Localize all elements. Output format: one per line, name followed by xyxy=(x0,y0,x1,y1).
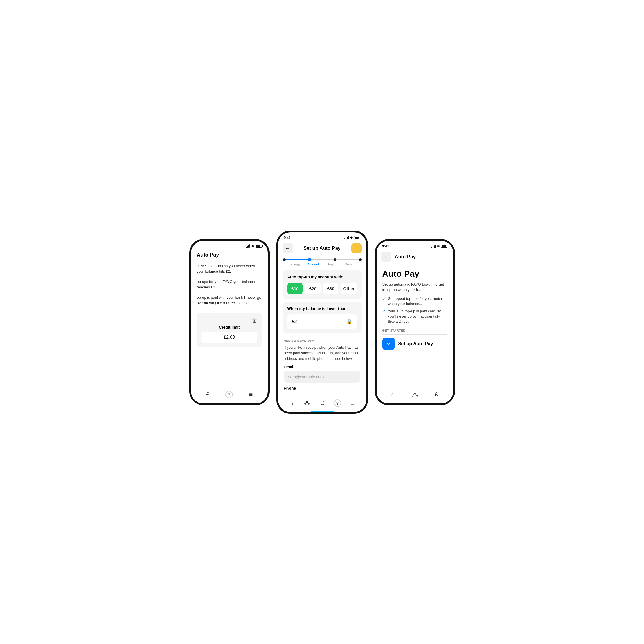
center-screen-title: Set up Auto Pay xyxy=(304,245,341,251)
left-bottom-nav: £ ? ≡ xyxy=(191,387,268,403)
setup-auto-pay-button[interactable]: ∞ Set up Auto Pay xyxy=(382,338,447,350)
left-status-bar: ⊛ xyxy=(191,241,268,249)
step-label-done: Done xyxy=(340,263,358,266)
battery-icon xyxy=(256,245,262,248)
checkmark-1: ✓ xyxy=(382,296,386,301)
nav-home-right[interactable]: ⌂ xyxy=(389,390,397,399)
right-big-title: Auto Pay xyxy=(382,269,447,279)
nav-pound-left[interactable]: £ xyxy=(203,390,212,399)
svg-line-4 xyxy=(308,402,309,404)
get-started-label: GET STARTED xyxy=(382,329,447,332)
step-energy-dot xyxy=(283,258,286,261)
left-desc2: op-ups for your PAYG your balance reache… xyxy=(191,277,268,292)
right-status-icons: ⊛ xyxy=(431,244,447,248)
right-wifi-icon: ⊛ xyxy=(437,244,440,248)
progress-dots-row xyxy=(283,258,362,261)
balance-input[interactable]: £2 🔒 xyxy=(287,314,357,329)
check-text-2: Your auto top-up is paid card, so you'll… xyxy=(388,309,447,324)
center-back-button[interactable]: ← xyxy=(283,243,293,253)
left-desc1: c PAYG top-ups so you never when your ba… xyxy=(191,261,268,277)
step-pay-dot xyxy=(334,258,336,261)
wifi-icon: ⊛ xyxy=(252,244,254,248)
left-phone: ⊛ Auto Pay c PAYG top-ups so you never w… xyxy=(189,239,270,405)
step-label-energy: Energy xyxy=(287,263,304,266)
nav-menu-center[interactable]: ≡ xyxy=(348,399,357,407)
right-back-button[interactable]: ← xyxy=(381,252,391,262)
nav-pound-center[interactable]: £ xyxy=(318,399,327,407)
svg-line-9 xyxy=(415,394,417,395)
email-field-label: Email xyxy=(284,365,360,369)
left-phone-content: Auto Pay c PAYG top-ups so you never whe… xyxy=(191,249,268,401)
balance-section-title: When my balance is lower than: xyxy=(287,306,357,311)
setup-btn-text: Set up Auto Pay xyxy=(398,341,433,346)
receipt-label: NEED A RECEIPT? xyxy=(284,340,360,343)
amount-20-button[interactable]: £20 xyxy=(305,283,321,294)
nav-home-center[interactable]: ⌂ xyxy=(287,399,296,407)
check-item-1: ✓ Set repeat top-ups for yo... meter whe… xyxy=(382,296,447,306)
infinity-icon: ∞ xyxy=(382,338,395,350)
left-status-icons: ⊛ xyxy=(246,244,262,248)
center-phone: 9:41 ⊛ ← Set up Auto Pay ⚡ xyxy=(276,231,368,414)
right-status-bar: 9:41 ⊛ xyxy=(377,241,453,249)
step-amount-dot xyxy=(308,258,311,261)
right-description: Set up automatic PAYG top-u... forget to… xyxy=(382,282,447,293)
amount-10-button[interactable]: £10 xyxy=(287,283,303,294)
step-line-2 xyxy=(311,259,334,260)
step-done-dot xyxy=(359,258,362,261)
check-item-2: ✓ Your auto top-up is paid card, so you'… xyxy=(382,309,447,324)
divider xyxy=(382,334,447,335)
receipt-section: NEED A RECEIPT? If you'd like a receipt … xyxy=(278,336,366,395)
credit-limit-label: Credit limit xyxy=(201,325,257,330)
amount-section-title: Auto top-up my account with: xyxy=(287,275,357,279)
checkmark-2: ✓ xyxy=(382,309,386,314)
credit-limit-value: £2.00 xyxy=(201,332,257,343)
right-time: 9:41 xyxy=(382,244,389,248)
lightning-icon: ⚡ xyxy=(353,245,360,251)
center-battery-icon xyxy=(354,236,360,239)
step-label-pay: Pay xyxy=(322,263,340,266)
step-line-3 xyxy=(336,259,359,260)
nav-graph-right[interactable] xyxy=(411,390,419,399)
step-line-1 xyxy=(286,259,308,260)
center-nav-indicator xyxy=(311,411,334,412)
step-label-amount: Amount xyxy=(304,263,322,266)
nav-pound-right[interactable]: £ xyxy=(432,390,441,399)
lightning-button[interactable]: ⚡ xyxy=(351,243,362,253)
right-header: ← Auto Pay xyxy=(377,249,453,264)
svg-line-8 xyxy=(413,394,414,395)
center-phone-content: ← Set up Auto Pay ⚡ Energy xyxy=(278,241,366,409)
center-bottom-nav: ⌂ £ ? ≡ xyxy=(278,396,366,412)
balance-value: £2 xyxy=(292,319,297,324)
check-text-1: Set repeat top-ups for yo... meter when … xyxy=(388,296,447,306)
right-nav-indicator xyxy=(403,403,426,403)
amount-other-button[interactable]: Other xyxy=(341,283,357,294)
signal-icon xyxy=(246,244,250,248)
progress-container: Energy Amount Pay Done xyxy=(278,256,366,267)
right-signal-icon xyxy=(431,245,436,248)
center-signal-icon xyxy=(344,236,349,239)
amount-options: £10 £20 £30 Other xyxy=(287,283,357,294)
trash-icon[interactable]: 🗑 xyxy=(252,317,257,324)
center-wifi-icon: ⊛ xyxy=(350,236,353,239)
center-status-bar: 9:41 ⊛ xyxy=(278,232,366,241)
receipt-description: If you'd like a receipt when your Auto P… xyxy=(284,345,360,362)
email-input[interactable]: sam@example.com xyxy=(284,371,360,383)
right-screen-title: Auto Pay xyxy=(395,254,416,260)
left-header-title: Auto Pay xyxy=(191,249,268,261)
nav-help-left[interactable]: ? xyxy=(225,391,233,398)
nav-help-center[interactable]: ? xyxy=(334,399,341,407)
credit-limit-card: 🗑 Credit limit £2.00 xyxy=(197,313,262,347)
right-main-content: Auto Pay Set up automatic PAYG top-u... … xyxy=(377,264,453,355)
step-labels-row: Energy Amount Pay Done xyxy=(283,261,362,267)
amount-card: Auto top-up my account with: £10 £20 £30… xyxy=(283,270,362,299)
right-phone: 9:41 ⊛ ← Auto Pay xyxy=(375,239,455,405)
amount-30-button[interactable]: £30 xyxy=(323,283,339,294)
phone-field-label: Phone xyxy=(284,386,360,391)
right-battery-icon xyxy=(441,245,447,248)
nav-graph-center[interactable] xyxy=(303,399,311,407)
left-nav-indicator xyxy=(218,403,241,403)
nav-menu-left[interactable]: ≡ xyxy=(247,390,255,399)
balance-card: When my balance is lower than: £2 🔒 xyxy=(283,302,362,333)
left-desc3: op-up is paid with your bank ll never go… xyxy=(191,292,268,308)
center-status-icons: ⊛ xyxy=(344,236,360,239)
